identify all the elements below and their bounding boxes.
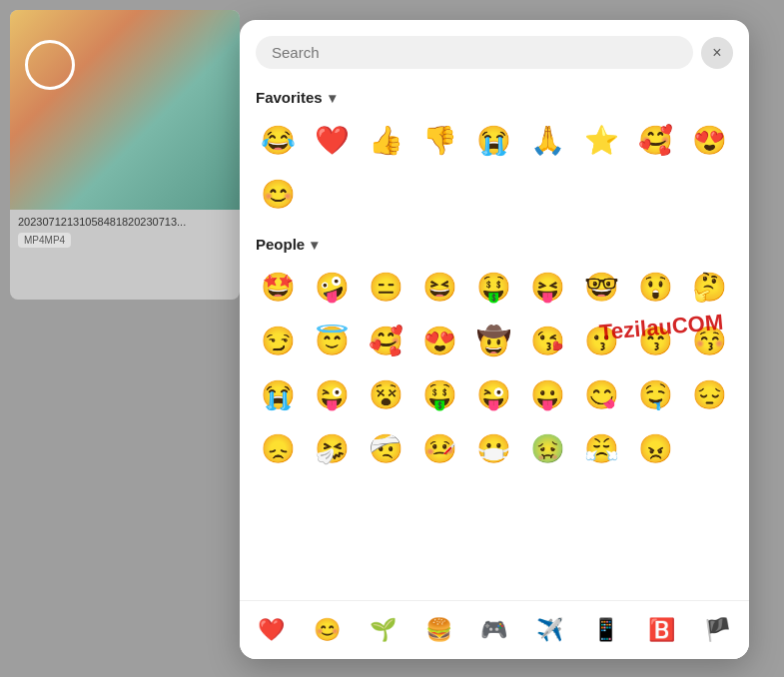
emoji-item[interactable]: 😙 <box>629 315 681 366</box>
flags-icon: 🏴 <box>704 617 731 643</box>
emoji-picker-panel: × Favorites ▾ 😂❤️👍👎😭🙏⭐🥰😍😊 People ▾ 🤩🤪😑😆🤑… <box>240 20 749 659</box>
emoji-item[interactable]: 🤠 <box>467 315 519 366</box>
emoji-item[interactable]: 😔 <box>683 368 735 420</box>
category-travel[interactable]: ✈️ <box>529 609 571 651</box>
emoji-item[interactable]: 😍 <box>683 114 735 166</box>
emoji-item[interactable]: 😊 <box>252 168 304 220</box>
emoji-item[interactable]: 👍 <box>360 114 411 166</box>
filename-label: 20230712131058481820230713... <box>10 210 240 230</box>
emoji-item[interactable]: ❤️ <box>306 114 358 166</box>
objects-icon: 📱 <box>592 617 619 643</box>
emoji-item[interactable]: 🤪 <box>306 261 358 313</box>
emoji-item[interactable]: 👎 <box>413 114 465 166</box>
emoji-item[interactable]: 😜 <box>306 368 358 420</box>
people-chevron-icon[interactable]: ▾ <box>311 237 318 253</box>
emoji-item[interactable]: 😏 <box>252 315 304 366</box>
symbols-icon: 🅱️ <box>648 617 675 643</box>
emoji-item[interactable]: 😋 <box>575 368 627 420</box>
category-objects[interactable]: 📱 <box>584 609 626 651</box>
emoji-item[interactable]: 😞 <box>252 422 304 474</box>
emoji-item[interactable]: 🤢 <box>521 422 573 474</box>
emoji-item[interactable]: 😵 <box>360 368 411 420</box>
search-input-wrap[interactable] <box>256 36 693 69</box>
emoji-item[interactable]: 🤤 <box>629 368 681 420</box>
emoji-item[interactable]: 😤 <box>575 422 627 474</box>
favorites-grid: 😂❤️👍👎😭🙏⭐🥰😍😊 <box>252 114 737 220</box>
emoji-item[interactable]: 🤑 <box>467 261 519 313</box>
emoji-item[interactable]: 😭 <box>467 114 519 166</box>
file-tag: MP4MP4 <box>18 233 71 248</box>
emoji-item[interactable]: 😚 <box>683 315 735 366</box>
emoji-item[interactable]: 😘 <box>521 315 573 366</box>
category-symbols[interactable]: 🅱️ <box>640 609 682 651</box>
category-food[interactable]: 🍔 <box>417 609 459 651</box>
emoji-item[interactable]: 🤕 <box>360 422 411 474</box>
search-input[interactable] <box>272 44 677 61</box>
favorites-icon: ❤️ <box>258 617 285 643</box>
section-people-header: People ▾ <box>252 228 737 261</box>
emoji-item[interactable]: 😝 <box>521 261 573 313</box>
favorites-chevron-icon[interactable]: ▾ <box>329 90 336 106</box>
people-grid: 🤩🤪😑😆🤑😝🤓😲🤔😏😇🥰😍🤠😘😗😙😚😭😜😵🤑😜😛😋🤤😔😞🤧🤕🤒😷🤢😤😠 <box>252 261 737 474</box>
emoji-item[interactable]: 🥰 <box>629 114 681 166</box>
emoji-scroll-area[interactable]: Favorites ▾ 😂❤️👍👎😭🙏⭐🥰😍😊 People ▾ 🤩🤪😑😆🤑😝🤓… <box>240 81 749 600</box>
category-nature[interactable]: 🌱 <box>362 609 403 651</box>
category-people[interactable]: 😊 <box>307 609 349 651</box>
close-button[interactable]: × <box>701 37 733 69</box>
emoji-item[interactable]: 😭 <box>252 368 304 420</box>
category-favorites[interactable]: ❤️ <box>251 609 293 651</box>
emoji-item[interactable]: 😗 <box>575 315 627 366</box>
emoji-item[interactable]: 😲 <box>629 261 681 313</box>
emoji-item[interactable]: 🤑 <box>413 368 465 420</box>
emoji-item[interactable]: 🤒 <box>413 422 465 474</box>
search-bar: × <box>240 20 749 81</box>
emoji-item[interactable]: 🙏 <box>521 114 573 166</box>
emoji-item[interactable]: 😆 <box>413 261 465 313</box>
favorites-label: Favorites <box>256 89 323 106</box>
emoji-item[interactable]: 🥰 <box>360 315 411 366</box>
emoji-item[interactable]: 😷 <box>467 422 519 474</box>
emoji-item[interactable]: 😛 <box>521 368 573 420</box>
emoji-item[interactable]: 😇 <box>306 315 358 366</box>
category-activity[interactable]: 🎮 <box>473 609 515 651</box>
section-favorites-header: Favorites ▾ <box>252 81 737 114</box>
food-icon: 🍔 <box>425 617 452 643</box>
emoji-item[interactable]: 😠 <box>629 422 681 474</box>
emoji-item[interactable]: 🤩 <box>252 261 304 313</box>
people-icon: 😊 <box>314 617 341 643</box>
emoji-item[interactable]: 😑 <box>360 261 411 313</box>
nature-icon: 🌱 <box>370 617 396 643</box>
category-flags[interactable]: 🏴 <box>696 609 738 651</box>
emoji-item[interactable]: 🤓 <box>575 261 627 313</box>
travel-icon: ✈️ <box>536 617 563 643</box>
category-bar: ❤️😊🌱🍔🎮✈️📱🅱️🏴 <box>240 600 749 659</box>
activity-icon: 🎮 <box>480 617 507 643</box>
emoji-item[interactable]: 🤧 <box>306 422 358 474</box>
emoji-item[interactable]: 😍 <box>413 315 465 366</box>
emoji-item[interactable]: 😜 <box>467 368 519 420</box>
emoji-item[interactable]: 😂 <box>252 114 304 166</box>
people-label: People <box>256 236 305 253</box>
thumbnail-card: 20230712131058481820230713... MP4MP4 <box>10 10 240 300</box>
avatar-circle <box>25 40 75 90</box>
emoji-item[interactable]: 🤔 <box>683 261 735 313</box>
emoji-item[interactable]: ⭐ <box>575 114 627 166</box>
